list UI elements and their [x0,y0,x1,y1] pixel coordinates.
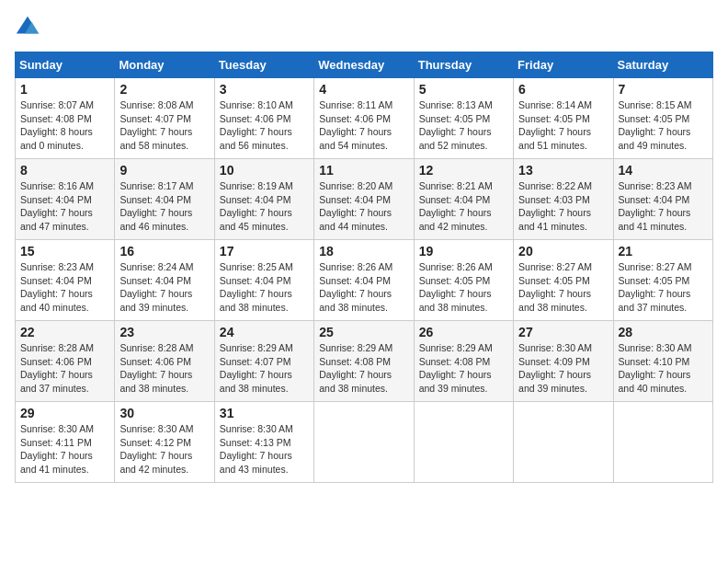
day-info: Sunrise: 8:29 AMSunset: 4:08 PMDaylight:… [319,341,408,396]
day-info: Sunrise: 8:30 AMSunset: 4:09 PMDaylight:… [518,341,608,396]
day-number: 22 [20,325,109,339]
calendar-cell [514,402,613,483]
calendar-table: SundayMondayTuesdayWednesdayThursdayFrid… [15,52,713,483]
day-number: 11 [319,163,408,178]
day-number: 28 [619,325,708,339]
day-info: Sunrise: 8:28 AMSunset: 4:06 PMDaylight:… [20,341,109,396]
day-info: Sunrise: 8:27 AMSunset: 4:05 PMDaylight:… [518,260,608,315]
calendar-cell: 15Sunrise: 8:23 AMSunset: 4:04 PMDayligh… [16,240,115,321]
calendar-cell: 28Sunrise: 8:30 AMSunset: 4:10 PMDayligh… [613,321,712,402]
header-day-friday: Friday [514,52,613,78]
day-number: 13 [518,163,608,178]
calendar-cell: 19Sunrise: 8:26 AMSunset: 4:05 PMDayligh… [414,240,513,321]
day-info: Sunrise: 8:30 AMSunset: 4:12 PMDaylight:… [119,422,209,477]
day-info: Sunrise: 8:26 AMSunset: 4:04 PMDaylight:… [319,260,408,315]
calendar-cell: 14Sunrise: 8:23 AMSunset: 4:04 PMDayligh… [613,159,712,240]
day-info: Sunrise: 8:20 AMSunset: 4:04 PMDaylight:… [319,179,408,234]
day-number: 31 [220,406,309,420]
calendar-cell: 21Sunrise: 8:27 AMSunset: 4:05 PMDayligh… [613,240,712,321]
day-info: Sunrise: 8:14 AMSunset: 4:05 PMDaylight:… [518,98,608,153]
day-info: Sunrise: 8:22 AMSunset: 4:03 PMDaylight:… [518,179,608,234]
day-info: Sunrise: 8:25 AMSunset: 4:04 PMDaylight:… [220,260,309,315]
calendar-week-row: 22Sunrise: 8:28 AMSunset: 4:06 PMDayligh… [16,321,713,402]
calendar-cell [613,402,712,483]
header-day-tuesday: Tuesday [214,52,313,78]
day-info: Sunrise: 8:23 AMSunset: 4:04 PMDaylight:… [20,260,109,315]
day-number: 16 [119,244,209,259]
header-day-monday: Monday [115,52,214,78]
day-number: 14 [619,163,708,178]
day-number: 21 [619,244,708,259]
logo [15,15,44,40]
header-day-sunday: Sunday [16,52,115,78]
day-number: 4 [319,82,408,97]
calendar-cell [414,402,513,483]
calendar-header-row: SundayMondayTuesdayWednesdayThursdayFrid… [16,52,713,78]
calendar-cell: 27Sunrise: 8:30 AMSunset: 4:09 PMDayligh… [514,321,613,402]
calendar-week-row: 8Sunrise: 8:16 AMSunset: 4:04 PMDaylight… [16,159,713,240]
calendar-cell: 17Sunrise: 8:25 AMSunset: 4:04 PMDayligh… [214,240,313,321]
day-number: 23 [119,325,209,339]
calendar-cell: 16Sunrise: 8:24 AMSunset: 4:04 PMDayligh… [115,240,214,321]
header-day-thursday: Thursday [414,52,513,78]
calendar-cell: 31Sunrise: 8:30 AMSunset: 4:13 PMDayligh… [214,402,313,483]
calendar-cell: 11Sunrise: 8:20 AMSunset: 4:04 PMDayligh… [314,159,414,240]
calendar-cell: 7Sunrise: 8:15 AMSunset: 4:05 PMDaylight… [613,78,712,159]
day-info: Sunrise: 8:07 AMSunset: 4:08 PMDaylight:… [20,98,109,153]
day-number: 29 [20,406,109,420]
page-header [15,15,713,40]
day-number: 7 [619,82,708,97]
calendar-cell: 29Sunrise: 8:30 AMSunset: 4:11 PMDayligh… [16,402,115,483]
day-info: Sunrise: 8:23 AMSunset: 4:04 PMDaylight:… [619,179,708,234]
day-info: Sunrise: 8:16 AMSunset: 4:04 PMDaylight:… [20,179,109,234]
day-info: Sunrise: 8:24 AMSunset: 4:04 PMDaylight:… [119,260,209,315]
calendar-week-row: 29Sunrise: 8:30 AMSunset: 4:11 PMDayligh… [16,402,713,483]
day-number: 25 [319,325,408,339]
day-number: 2 [119,82,209,97]
calendar-cell: 8Sunrise: 8:16 AMSunset: 4:04 PMDaylight… [16,159,115,240]
day-number: 12 [419,163,508,178]
day-info: Sunrise: 8:29 AMSunset: 4:07 PMDaylight:… [220,341,309,396]
calendar-cell: 30Sunrise: 8:30 AMSunset: 4:12 PMDayligh… [115,402,214,483]
day-info: Sunrise: 8:08 AMSunset: 4:07 PMDaylight:… [119,98,209,153]
calendar-cell: 12Sunrise: 8:21 AMSunset: 4:04 PMDayligh… [414,159,513,240]
day-info: Sunrise: 8:30 AMSunset: 4:10 PMDaylight:… [619,341,708,396]
calendar-cell: 20Sunrise: 8:27 AMSunset: 4:05 PMDayligh… [514,240,613,321]
day-info: Sunrise: 8:15 AMSunset: 4:05 PMDaylight:… [619,98,708,153]
calendar-cell [314,402,414,483]
day-number: 19 [419,244,508,259]
day-info: Sunrise: 8:30 AMSunset: 4:11 PMDaylight:… [20,422,109,477]
day-number: 5 [419,82,508,97]
calendar-cell: 4Sunrise: 8:11 AMSunset: 4:06 PMDaylight… [314,78,414,159]
day-info: Sunrise: 8:28 AMSunset: 4:06 PMDaylight:… [119,341,209,396]
calendar-cell: 13Sunrise: 8:22 AMSunset: 4:03 PMDayligh… [514,159,613,240]
day-number: 15 [20,244,109,259]
calendar-week-row: 1Sunrise: 8:07 AMSunset: 4:08 PMDaylight… [16,78,713,159]
calendar-cell: 5Sunrise: 8:13 AMSunset: 4:05 PMDaylight… [414,78,513,159]
calendar-cell: 2Sunrise: 8:08 AMSunset: 4:07 PMDaylight… [115,78,214,159]
logo-icon [15,15,40,40]
calendar-cell: 22Sunrise: 8:28 AMSunset: 4:06 PMDayligh… [16,321,115,402]
day-info: Sunrise: 8:19 AMSunset: 4:04 PMDaylight:… [220,179,309,234]
day-number: 26 [419,325,508,339]
day-number: 30 [119,406,209,420]
calendar-cell: 10Sunrise: 8:19 AMSunset: 4:04 PMDayligh… [214,159,313,240]
calendar-cell: 3Sunrise: 8:10 AMSunset: 4:06 PMDaylight… [214,78,313,159]
day-number: 8 [20,163,109,178]
day-info: Sunrise: 8:17 AMSunset: 4:04 PMDaylight:… [119,179,209,234]
day-number: 9 [119,163,209,178]
day-info: Sunrise: 8:26 AMSunset: 4:05 PMDaylight:… [419,260,508,315]
day-info: Sunrise: 8:30 AMSunset: 4:13 PMDaylight:… [220,422,309,477]
header-day-saturday: Saturday [613,52,712,78]
day-number: 3 [220,82,309,97]
day-info: Sunrise: 8:27 AMSunset: 4:05 PMDaylight:… [619,260,708,315]
calendar-cell: 26Sunrise: 8:29 AMSunset: 4:08 PMDayligh… [414,321,513,402]
day-number: 6 [518,82,608,97]
day-number: 27 [518,325,608,339]
calendar-cell: 24Sunrise: 8:29 AMSunset: 4:07 PMDayligh… [214,321,313,402]
calendar-cell: 23Sunrise: 8:28 AMSunset: 4:06 PMDayligh… [115,321,214,402]
calendar-cell: 18Sunrise: 8:26 AMSunset: 4:04 PMDayligh… [314,240,414,321]
day-info: Sunrise: 8:13 AMSunset: 4:05 PMDaylight:… [419,98,508,153]
calendar-cell: 9Sunrise: 8:17 AMSunset: 4:04 PMDaylight… [115,159,214,240]
day-number: 24 [220,325,309,339]
